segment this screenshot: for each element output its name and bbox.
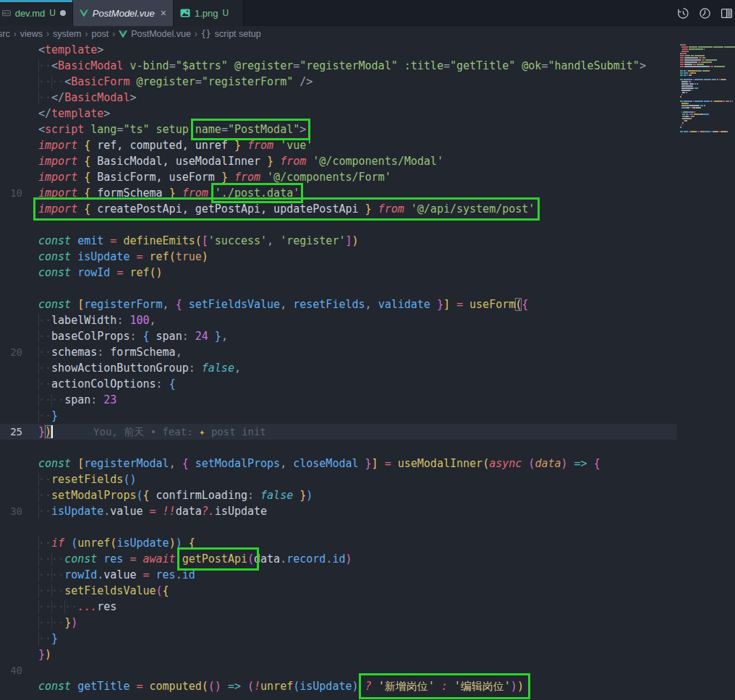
unsaved-changes-dot[interactable] <box>60 10 66 16</box>
line-number[interactable] <box>0 615 22 631</box>
code-line[interactable]: import { BasicModal, useModalInner } fro… <box>0 153 735 169</box>
line-number[interactable] <box>0 599 22 615</box>
code-line[interactable]: const getTitle = computed(() => (!unref(… <box>0 678 735 694</box>
line-number[interactable] <box>0 519 22 535</box>
code-line[interactable]: <template> <box>0 42 735 58</box>
line-number[interactable] <box>0 90 22 106</box>
line-number[interactable]: 10 <box>0 185 22 201</box>
code-line[interactable]: const emit = defineEmits(['success', 're… <box>0 233 735 249</box>
line-number[interactable] <box>0 631 22 646</box>
line-number[interactable] <box>0 551 22 567</box>
timeline-history-icon[interactable] <box>677 7 689 20</box>
line-number[interactable]: 30 <box>0 503 22 519</box>
line-number[interactable] <box>0 487 22 503</box>
line-number[interactable] <box>0 440 22 456</box>
code-line[interactable]: const rowId = ref() <box>0 265 735 281</box>
breadcrumb-item-system[interactable]: system <box>53 29 82 39</box>
code-line[interactable] <box>0 519 735 535</box>
code-line[interactable]: ··labelWidth: 100, <box>0 312 735 328</box>
breadcrumb-item-views[interactable]: views <box>20 29 43 39</box>
line-number[interactable] <box>0 456 22 471</box>
code-line[interactable]: <script lang="ts" setup name="PostModal"… <box>0 121 735 137</box>
breadcrumb-item-file[interactable]: PostModel.vue <box>131 29 191 39</box>
tab-postmodel-vue[interactable]: PostModel.vue × <box>73 0 174 26</box>
code-line[interactable]: ··if (unref(isUpdate)) { <box>0 535 735 551</box>
code-line[interactable]: 10import { formSchema } from './post.dat… <box>0 185 735 201</box>
code-line[interactable]: const [registerModal, { setModalProps, c… <box>0 456 735 471</box>
code-line[interactable]: ··showActionButtonGroup: false, <box>0 360 735 376</box>
code-line[interactable]: ····setFieldsValue({ <box>0 583 735 599</box>
code-line[interactable]: 30··isUpdate.value = !!data?.isUpdate <box>0 503 735 519</box>
line-number[interactable] <box>0 137 22 153</box>
code-line[interactable]: 25})You, 前天 • feat: ✦ post init <box>0 424 735 440</box>
line-number[interactable] <box>0 106 22 121</box>
line-number[interactable] <box>0 646 22 662</box>
line-number[interactable] <box>0 281 22 296</box>
line-number[interactable] <box>0 169 22 185</box>
line-number[interactable] <box>0 217 22 233</box>
code-line[interactable]: import { BasicForm, useForm } from '@/co… <box>0 169 735 185</box>
breadcrumb-item-src[interactable]: src <box>0 29 10 39</box>
tab-dev-md[interactable]: dev.md U <box>0 0 73 26</box>
line-number[interactable] <box>0 678 22 694</box>
code-line[interactable]: ······...res <box>0 599 735 615</box>
line-number[interactable] <box>0 153 22 169</box>
line-number[interactable] <box>0 58 22 74</box>
line-number[interactable] <box>0 408 22 424</box>
code-line[interactable]: ····rowId.value = res.id <box>0 567 735 583</box>
breadcrumb-item-post[interactable]: post <box>92 29 109 39</box>
code-editor[interactable]: <template>··<BasicModal v-bind="$attrs" … <box>0 42 735 700</box>
code-line[interactable] <box>0 281 735 296</box>
line-number[interactable] <box>0 201 22 217</box>
line-number[interactable] <box>0 392 22 408</box>
line-number[interactable] <box>0 583 22 599</box>
open-changes-icon[interactable] <box>699 7 711 20</box>
line-number[interactable] <box>0 42 22 58</box>
line-number[interactable] <box>0 296 22 312</box>
code-line[interactable]: ··baseColProps: { span: 24 }, <box>0 328 735 344</box>
split-editor-icon[interactable] <box>721 7 733 20</box>
code-line[interactable]: ··</BasicModal> <box>0 90 735 106</box>
code-line[interactable]: 20··schemas: formSchema, <box>0 344 735 360</box>
code-line[interactable]: import { ref, computed, unref } from 'vu… <box>0 137 735 153</box>
code-line[interactable] <box>0 440 735 456</box>
line-number[interactable] <box>0 121 22 137</box>
code-line[interactable]: }) <box>0 646 735 662</box>
code-line[interactable] <box>0 217 735 233</box>
code-line[interactable]: ····span: 23 <box>0 392 735 408</box>
code-line[interactable]: ····<BasicForm @register="registerForm" … <box>0 74 735 90</box>
line-number[interactable] <box>0 74 22 90</box>
code-line[interactable]: ··<BasicModal v-bind="$attrs" @register=… <box>0 58 735 74</box>
line-number[interactable] <box>0 233 22 249</box>
tab-1-png[interactable]: 1.png U <box>174 0 244 26</box>
code-line[interactable]: ····}) <box>0 615 735 631</box>
code-line[interactable]: ··resetFields() <box>0 471 735 487</box>
code-token: data <box>176 505 202 518</box>
line-number[interactable] <box>0 535 22 551</box>
minimap[interactable] <box>680 43 732 132</box>
code-line[interactable]: </template> <box>0 106 735 121</box>
code-line[interactable]: ··} <box>0 631 735 646</box>
line-number[interactable] <box>0 360 22 376</box>
close-tab-icon[interactable]: × <box>161 7 166 19</box>
line-number[interactable]: 20 <box>0 344 22 360</box>
code-token: } <box>299 489 306 502</box>
code-line[interactable]: const [registerForm, { setFieldsValue, r… <box>0 296 735 312</box>
code-line[interactable]: const isUpdate = ref(true) <box>0 249 735 265</box>
line-number[interactable] <box>0 312 22 328</box>
code-line[interactable]: 40 <box>0 662 735 678</box>
line-number[interactable] <box>0 471 22 487</box>
code-line[interactable]: ··setModalProps({ confirmLoading: false … <box>0 487 735 503</box>
line-number[interactable]: 40 <box>0 662 22 678</box>
code-line[interactable]: import { createPostApi, getPostApi, upda… <box>0 201 735 217</box>
code-line[interactable]: ····const res = await getPostApi(data.re… <box>0 551 735 567</box>
line-number[interactable] <box>0 265 22 281</box>
breadcrumb-item-symbol[interactable]: script setup <box>215 29 261 39</box>
line-number[interactable]: 25 <box>0 424 22 440</box>
code-line[interactable]: ··} <box>0 408 735 424</box>
line-number[interactable] <box>0 376 22 392</box>
line-number[interactable] <box>0 328 22 344</box>
line-number[interactable] <box>0 567 22 583</box>
code-line[interactable]: ··actionColOptions: { <box>0 376 735 392</box>
line-number[interactable] <box>0 249 22 265</box>
